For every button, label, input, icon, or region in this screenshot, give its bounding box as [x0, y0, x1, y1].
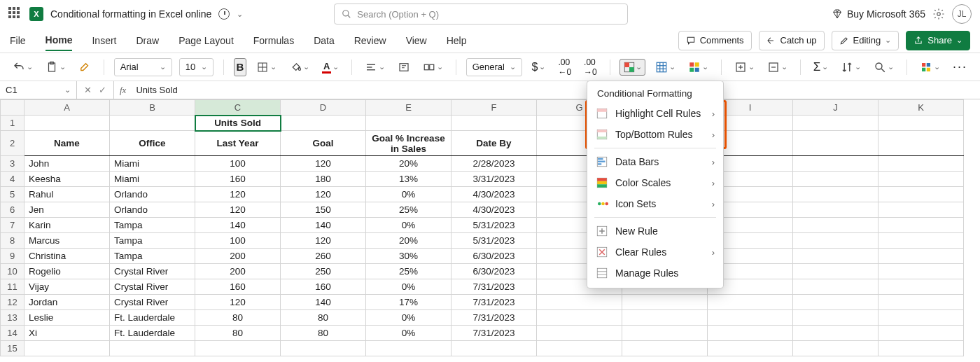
cell-A2[interactable]: Name — [24, 131, 110, 156]
cell-J3[interactable] — [793, 156, 878, 172]
menu-item-icon-sets[interactable]: Icon Sets› — [587, 193, 723, 214]
cell-B6[interactable]: Orlando — [110, 202, 195, 218]
cell-J8[interactable] — [793, 233, 878, 249]
cell-F12[interactable]: 7/31/2023 — [451, 295, 537, 310]
cell-styles-button[interactable]: ⌄ — [685, 59, 711, 76]
cell-B7[interactable]: Tampa — [110, 218, 195, 233]
buy-microsoft-button[interactable]: Buy Microsoft 365 — [832, 8, 925, 20]
cell-C4[interactable]: 160 — [195, 172, 281, 187]
row-header-14[interactable]: 14 — [1, 326, 24, 341]
more-button[interactable]: ··· — [950, 57, 970, 76]
cell-A15[interactable] — [24, 341, 110, 356]
cell-J10[interactable] — [793, 264, 878, 279]
cell-H15[interactable] — [622, 341, 708, 356]
col-header-E[interactable]: E — [366, 100, 451, 116]
cell-C1[interactable]: Units Sold — [195, 116, 281, 131]
row-header-7[interactable]: 7 — [1, 218, 24, 233]
cell-E15[interactable] — [366, 341, 451, 356]
borders-button[interactable]: ⌄ — [253, 59, 279, 76]
cell-B3[interactable]: Miami — [110, 156, 195, 172]
cell-I14[interactable] — [708, 326, 793, 341]
col-header-D[interactable]: D — [281, 100, 366, 116]
cell-G12[interactable] — [537, 295, 622, 310]
col-header-J[interactable]: J — [793, 100, 878, 116]
autosum-button[interactable]: Σ⌄ — [811, 58, 832, 76]
cell-J13[interactable] — [793, 310, 878, 326]
cell-K5[interactable] — [878, 187, 964, 202]
cell-K1[interactable] — [878, 116, 964, 131]
menu-item-data-bars[interactable]: Data Bars› — [587, 151, 723, 172]
cell-K11[interactable] — [878, 279, 964, 295]
cell-D11[interactable]: 160 — [281, 279, 366, 295]
cell-A9[interactable]: Christina — [24, 249, 110, 264]
menu-review[interactable]: Review — [354, 31, 386, 50]
row-header-12[interactable]: 12 — [1, 295, 24, 310]
cell-C14[interactable]: 80 — [195, 326, 281, 341]
cell-K12[interactable] — [878, 295, 964, 310]
addins-button[interactable]: ⌄ — [917, 59, 943, 76]
fx-icon[interactable]: fx — [114, 85, 132, 96]
col-header-K[interactable]: K — [878, 100, 964, 116]
cell-E3[interactable]: 20% — [366, 156, 451, 172]
cell-J4[interactable] — [793, 172, 878, 187]
align-button[interactable]: ⌄ — [362, 59, 388, 76]
col-header-A[interactable]: A — [24, 100, 110, 116]
cell-C13[interactable]: 80 — [195, 310, 281, 326]
name-box[interactable]: C1⌄ — [0, 81, 77, 99]
cell-A13[interactable]: Leslie — [24, 310, 110, 326]
merge-button[interactable]: ⌄ — [420, 59, 446, 76]
cell-B9[interactable]: Tampa — [110, 249, 195, 264]
cell-G15[interactable] — [537, 341, 622, 356]
cell-D10[interactable]: 250 — [281, 264, 366, 279]
cell-B12[interactable]: Crystal River — [110, 295, 195, 310]
confirm-icon[interactable]: ✓ — [99, 85, 106, 95]
cell-D5[interactable]: 120 — [281, 187, 366, 202]
cell-A6[interactable]: Jen — [24, 202, 110, 218]
autosave-icon[interactable] — [218, 8, 230, 20]
cell-K9[interactable] — [878, 249, 964, 264]
cell-D4[interactable]: 180 — [281, 172, 366, 187]
cell-J5[interactable] — [793, 187, 878, 202]
cell-C5[interactable]: 120 — [195, 187, 281, 202]
row-header-6[interactable]: 6 — [1, 202, 24, 218]
comments-button[interactable]: Comments — [678, 31, 752, 50]
cell-G14[interactable] — [537, 326, 622, 341]
cell-J6[interactable] — [793, 202, 878, 218]
find-button[interactable]: ⌄ — [871, 59, 897, 76]
menu-home[interactable]: Home — [46, 30, 73, 51]
menu-item-color-scales[interactable]: Color Scales› — [587, 172, 723, 193]
select-all-corner[interactable] — [1, 100, 24, 116]
cell-C6[interactable]: 120 — [195, 202, 281, 218]
col-header-C[interactable]: C — [195, 100, 281, 116]
cell-K7[interactable] — [878, 218, 964, 233]
cell-E9[interactable]: 30% — [366, 249, 451, 264]
share-button[interactable]: Share ⌄ — [906, 31, 970, 50]
cell-F13[interactable]: 7/31/2023 — [451, 310, 537, 326]
row-header-13[interactable]: 13 — [1, 310, 24, 326]
menu-view[interactable]: View — [406, 31, 427, 50]
cell-K2[interactable] — [878, 131, 964, 156]
fill-color-button[interactable]: ⌄ — [286, 59, 312, 76]
search-input[interactable]: Search (Option + Q) — [334, 4, 628, 25]
cell-B10[interactable]: Crystal River — [110, 264, 195, 279]
menu-item-new-rule[interactable]: New Rule — [587, 221, 723, 242]
cell-E6[interactable]: 25% — [366, 202, 451, 218]
cell-E2[interactable]: Goal % Increase in Sales — [366, 131, 451, 156]
formula-value[interactable]: Units Sold — [132, 85, 181, 95]
spreadsheet-grid[interactable]: ABCDEFGHIJK1Units Sold2NameOfficeLast Ye… — [0, 99, 964, 356]
app-launcher-icon[interactable] — [8, 7, 22, 21]
cell-I13[interactable] — [708, 310, 793, 326]
cell-E12[interactable]: 17% — [366, 295, 451, 310]
cell-B14[interactable]: Ft. Lauderdale — [110, 326, 195, 341]
cell-A11[interactable]: Vijay — [24, 279, 110, 295]
cell-B11[interactable]: Crystal River — [110, 279, 195, 295]
cell-B2[interactable]: Office — [110, 131, 195, 156]
user-avatar[interactable]: JL — [952, 4, 972, 24]
cell-B13[interactable]: Ft. Lauderdale — [110, 310, 195, 326]
row-header-1[interactable]: 1 — [1, 116, 24, 131]
cell-B8[interactable]: Tampa — [110, 233, 195, 249]
row-header-4[interactable]: 4 — [1, 172, 24, 187]
cell-F7[interactable]: 5/31/2023 — [451, 218, 537, 233]
cell-K8[interactable] — [878, 233, 964, 249]
cell-I12[interactable] — [708, 295, 793, 310]
